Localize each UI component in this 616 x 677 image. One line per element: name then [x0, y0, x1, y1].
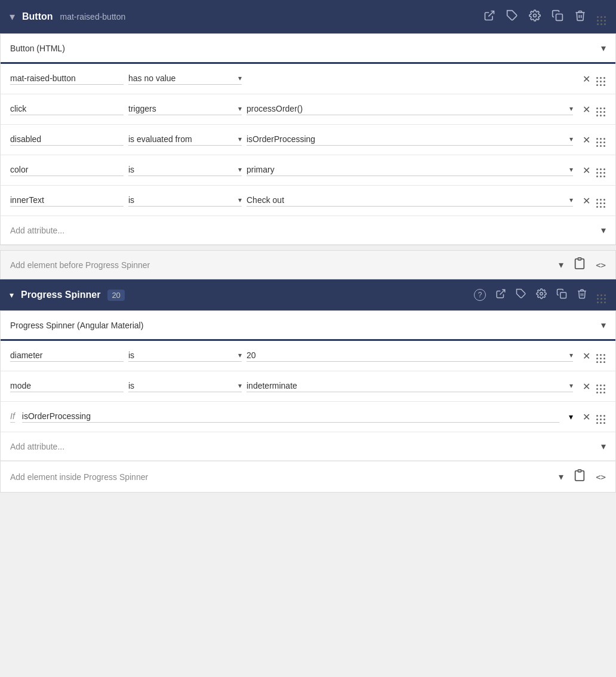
attr-val-arrow-diameter: ▾: [569, 351, 573, 359]
attr-op-text-color: is: [128, 165, 236, 174]
attr-val-arrow-disabled: ▾: [569, 135, 573, 143]
progress-collapse-icon[interactable]: ▾: [10, 290, 14, 300]
attr-value-mode[interactable]: indeterminate ▾: [247, 381, 573, 392]
attr-row-innertext: innerText is ▾ Check out ▾ ✕: [1, 186, 615, 216]
attr-val-arrow-innertext: ▾: [569, 196, 573, 204]
button-type-selector[interactable]: Button (HTML) ▾: [1, 34, 615, 64]
add-attribute-label: Add attribute...: [10, 226, 64, 235]
button-section-title: Button: [22, 11, 53, 22]
attr-val-text-diameter: 20: [247, 350, 567, 360]
attr-drag-disabled[interactable]: [596, 132, 606, 147]
attr-drag-diameter[interactable]: [596, 348, 606, 364]
more-options-icon[interactable]: [597, 8, 606, 26]
attr-remove-diameter[interactable]: ✕: [583, 350, 590, 362]
attr-val-arrow-color: ▾: [569, 165, 573, 174]
attr-val-text-mode: indeterminate: [247, 381, 567, 390]
attr-value-click[interactable]: processOrder() ▾: [247, 104, 573, 115]
progress-section-icons: ?: [474, 287, 606, 304]
more-options-icon-ps[interactable]: [597, 287, 606, 304]
attr-name-click: click: [10, 104, 124, 115]
progress-section-title: Progress Spinner: [21, 290, 100, 300]
attr-value-diameter[interactable]: 20 ▾: [247, 350, 573, 362]
add-element-inside-code-icon[interactable]: <>: [596, 472, 606, 482]
attr-operator-disabled[interactable]: is evaluated from ▾: [128, 134, 242, 146]
settings-icon-ps[interactable]: [536, 288, 547, 302]
attr-op-text-innertext: is: [128, 195, 236, 205]
attr-name-innertext: innerText: [10, 195, 124, 207]
attr-actions-innertext: ✕: [583, 193, 606, 208]
attr-operator-mode[interactable]: is ▾: [128, 381, 242, 392]
attr-remove-color[interactable]: ✕: [583, 165, 590, 176]
progress-type-selector[interactable]: Progress Spinner (Angular Material) ▾: [1, 311, 615, 341]
progress-spinner-body: Progress Spinner (Angular Material) ▾ di…: [0, 310, 616, 493]
progress-type-label: Progress Spinner (Angular Material): [10, 321, 143, 330]
attr-op-arrow-click: ▾: [238, 104, 242, 113]
help-icon[interactable]: ?: [474, 289, 486, 301]
svg-rect-9: [578, 470, 581, 472]
attr-remove-disabled[interactable]: ✕: [583, 134, 590, 146]
external-link-icon-ps[interactable]: [495, 288, 506, 302]
attr-operator-color[interactable]: is ▾: [128, 165, 242, 176]
add-attribute-ps-label: Add attribute...: [10, 442, 64, 451]
if-drag[interactable]: [596, 409, 606, 424]
attr-value-innertext[interactable]: Check out ▾: [247, 195, 573, 207]
attr-actions-click: ✕: [583, 101, 606, 117]
settings-icon[interactable]: [529, 10, 541, 24]
attr-remove-mat-raised-button[interactable]: ✕: [583, 73, 590, 85]
attr-remove-innertext[interactable]: ✕: [583, 195, 590, 207]
if-remove[interactable]: ✕: [583, 411, 590, 423]
attr-name-mode: mode: [10, 381, 124, 392]
add-element-inside-row[interactable]: Add element inside Progress Spinner ▾ <>: [1, 461, 615, 492]
attr-operator-mat-raised-button[interactable]: has no value ▾: [128, 73, 242, 85]
button-collapse-icon[interactable]: ▾: [10, 10, 15, 23]
attr-actions-mode: ✕: [583, 378, 606, 394]
if-value[interactable]: isOrderProcessing: [22, 411, 559, 423]
attr-drag-innertext[interactable]: [596, 193, 606, 208]
delete-icon-ps[interactable]: [577, 288, 587, 302]
attr-value-color[interactable]: primary ▾: [247, 165, 573, 176]
add-attribute-arrow: ▾: [601, 224, 606, 236]
button-section-body: Button (HTML) ▾ mat-raised-button has no…: [0, 33, 616, 245]
attr-remove-click[interactable]: ✕: [583, 104, 590, 115]
attr-row-mat-raised-button: mat-raised-button has no value ▾ ✕: [1, 64, 615, 94]
add-attribute-button[interactable]: Add attribute... ▾: [1, 216, 615, 245]
attr-op-text-diameter: is: [128, 350, 236, 360]
delete-icon[interactable]: [574, 10, 586, 24]
attr-op-arrow-mat-raised-button: ▾: [238, 74, 242, 82]
add-element-before-clipboard-icon[interactable]: [573, 257, 586, 273]
copy-icon[interactable]: [552, 10, 563, 24]
attr-val-text-click: processOrder(): [247, 104, 567, 113]
attr-value-disabled[interactable]: isOrderProcessing ▾: [247, 134, 573, 146]
attr-row-click: click triggers ▾ processOrder() ▾ ✕: [1, 94, 615, 125]
svg-line-5: [500, 290, 505, 294]
copy-icon-ps[interactable]: [556, 288, 567, 302]
attr-val-arrow-click: ▾: [569, 104, 573, 113]
attr-op-text-disabled: is evaluated from: [128, 134, 236, 144]
attr-row-diameter: diameter is ▾ 20 ▾ ✕: [1, 341, 615, 371]
add-element-before-code-icon[interactable]: <>: [596, 260, 606, 270]
add-element-before-arrow: ▾: [559, 259, 563, 270]
svg-rect-8: [560, 292, 566, 298]
tag-icon-ps[interactable]: [516, 288, 526, 302]
attr-val-text-disabled: isOrderProcessing: [247, 134, 567, 144]
external-link-icon[interactable]: [483, 10, 495, 24]
attr-drag-mat-raised-button[interactable]: [596, 71, 606, 87]
progress-spinner-header: ▾ Progress Spinner 20 ?: [0, 279, 616, 310]
attr-name-color: color: [10, 165, 124, 176]
attr-operator-click[interactable]: triggers ▾: [128, 104, 242, 115]
add-attribute-ps-arrow: ▾: [601, 441, 606, 452]
attr-drag-mode[interactable]: [596, 378, 606, 394]
tag-icon[interactable]: [506, 10, 518, 24]
add-element-inside-arrow: ▾: [559, 471, 563, 482]
attr-drag-click[interactable]: [596, 101, 606, 117]
attr-name-mat-raised-button: mat-raised-button: [10, 73, 124, 85]
attr-operator-diameter[interactable]: is ▾: [128, 350, 242, 362]
attr-val-text-color: primary: [247, 165, 567, 174]
add-attribute-ps-button[interactable]: Add attribute... ▾: [1, 432, 615, 461]
add-element-before-row[interactable]: Add element before Progress Spinner ▾ <>: [0, 250, 616, 279]
add-element-inside-clipboard-icon[interactable]: [573, 469, 586, 485]
attr-remove-mode[interactable]: ✕: [583, 381, 590, 392]
attr-operator-innertext[interactable]: is ▾: [128, 195, 242, 207]
attr-drag-color[interactable]: [596, 162, 606, 178]
attr-actions-diameter: ✕: [583, 348, 606, 364]
